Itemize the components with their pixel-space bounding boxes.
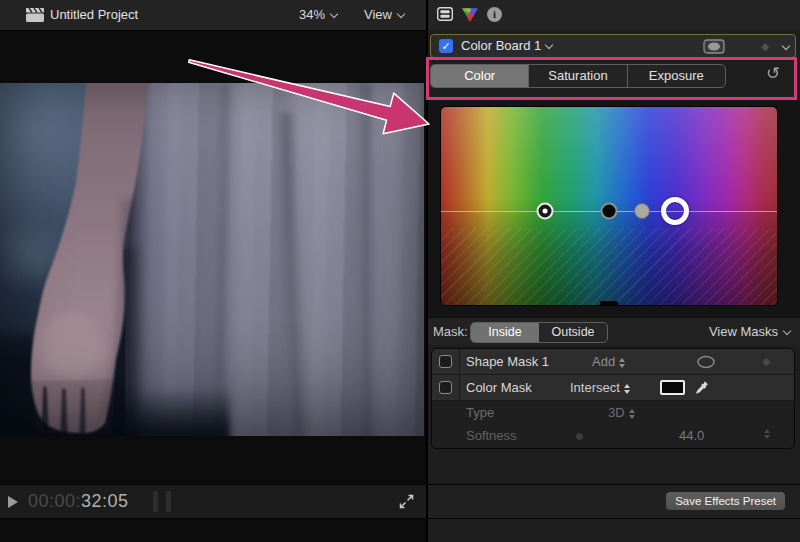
type-label: Type: [466, 401, 494, 424]
chevron-down-icon: [330, 10, 338, 18]
inspector-toolbar: i: [428, 0, 800, 30]
zoom-dropdown[interactable]: 34%: [299, 0, 337, 30]
color-mask-row[interactable]: Color Mask Intersect: [432, 375, 794, 401]
chevron-down-icon: [397, 10, 405, 18]
color-mask-mode-dropdown[interactable]: Intersect: [570, 375, 630, 400]
timecode-display: 00:00:32:05: [28, 485, 129, 518]
correction-name-dropdown[interactable]: Color Board 1: [461, 35, 552, 57]
shape-mask-mode-dropdown[interactable]: Add: [592, 349, 625, 374]
oval-mask-icon[interactable]: [696, 355, 716, 369]
collapse-chevron-icon[interactable]: [782, 42, 790, 50]
correction-enable-checkbox[interactable]: ✓: [439, 39, 453, 53]
softness-slider-dot[interactable]: [576, 433, 583, 440]
softness-label: Softness: [466, 424, 517, 448]
color-inspector-icon[interactable]: [462, 7, 478, 22]
video-inspector-icon[interactable]: [437, 7, 453, 21]
segment-inside[interactable]: Inside: [471, 323, 539, 342]
eyedropper-icon[interactable]: [694, 380, 709, 395]
board-hatch: [441, 228, 777, 305]
softness-value: 44.0: [679, 424, 704, 448]
chevron-down-icon: [783, 327, 791, 335]
softness-stepper[interactable]: [764, 429, 770, 439]
view-masks-dropdown[interactable]: View Masks: [709, 318, 790, 345]
project-title: Untitled Project: [50, 0, 138, 30]
segment-outside[interactable]: Outside: [539, 323, 607, 342]
puck-shadows[interactable]: [601, 203, 618, 220]
board-resize-handle[interactable]: [600, 301, 618, 305]
puck-highlights[interactable]: [661, 197, 689, 225]
app-window: Untitled Project 34% View: [0, 0, 800, 542]
shape-mask-checkbox[interactable]: [439, 355, 452, 368]
mask-list: Shape Mask 1 Add ◆ Color Mask Intersect …: [431, 348, 795, 449]
mask-inside-outside-segment: Inside Outside: [470, 322, 608, 343]
color-mask-softness-row: Softness 44.0: [432, 424, 794, 448]
transport-bar: 00:00:32:05: [0, 484, 426, 519]
correction-row[interactable]: ✓ Color Board 1 ◆: [430, 34, 796, 58]
mask-toolbar: Mask: Inside Outside View Masks: [428, 317, 800, 345]
keyframe-diamond-icon[interactable]: ◆: [761, 35, 769, 57]
skimmer-tick: [153, 491, 158, 512]
project-topbar: Untitled Project 34% View: [0, 0, 426, 31]
color-mask-name: Color Mask: [466, 375, 532, 400]
puck-global[interactable]: [537, 203, 554, 220]
keyframe-diamond-icon[interactable]: ◆: [762, 349, 770, 374]
skimmer-tick: [166, 491, 171, 512]
inspector-footer: Save Effects Preset: [428, 484, 800, 519]
mask-label: Mask:: [433, 318, 468, 345]
color-board[interactable]: [440, 106, 778, 306]
annotation-highlight-box: [426, 57, 797, 100]
color-board-zone: [428, 97, 800, 317]
play-button[interactable]: [8, 496, 18, 508]
info-icon[interactable]: i: [487, 7, 502, 22]
shape-mask-row[interactable]: Shape Mask 1 Add ◆: [432, 349, 794, 375]
chevron-down-icon: [545, 41, 553, 49]
shape-mask-name: Shape Mask 1: [466, 349, 549, 374]
puck-midtones[interactable]: [634, 203, 650, 219]
type-dropdown[interactable]: 3D: [608, 401, 635, 424]
video-vignette: [0, 83, 424, 436]
mask-thumbnail-icon[interactable]: [703, 39, 725, 54]
viewer-canvas: [0, 83, 424, 436]
color-mask-checkbox[interactable]: [439, 381, 452, 394]
expand-icon[interactable]: [399, 494, 414, 509]
color-mask-type-row: Type 3D: [432, 401, 794, 424]
view-dropdown[interactable]: View: [364, 0, 404, 30]
clapperboard-icon: [26, 8, 44, 22]
save-effects-preset-button[interactable]: Save Effects Preset: [666, 492, 785, 510]
color-mask-swatch[interactable]: [660, 380, 685, 395]
